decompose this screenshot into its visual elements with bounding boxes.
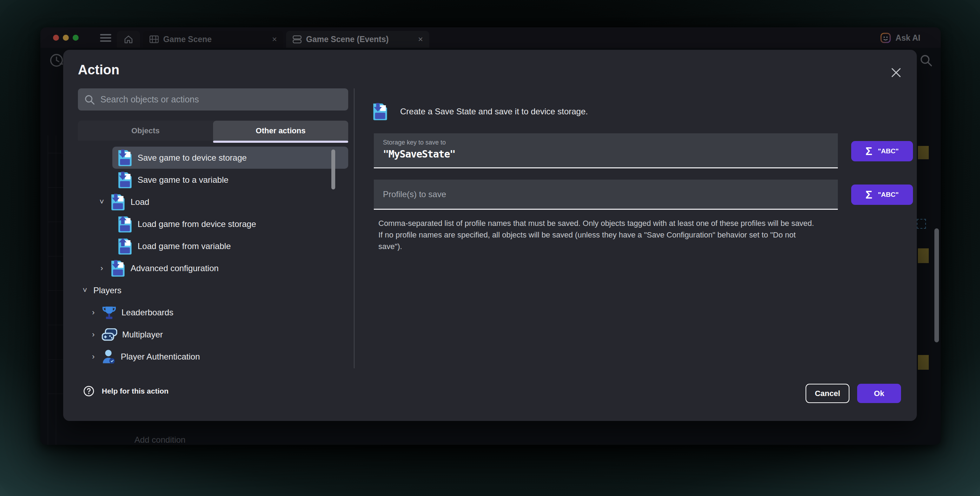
abc-label: "ABC" <box>878 147 899 155</box>
tree-item-save-game-to-device-storage[interactable]: Save game to device storage <box>112 147 348 169</box>
search-input[interactable]: Search objects or actions <box>78 89 348 111</box>
save-icon <box>372 102 388 120</box>
tree-item-label: Player Authentication <box>121 352 200 362</box>
save-icon <box>110 260 126 277</box>
app-window: Game Scene × Game Scene (Events) × Ask A… <box>40 27 941 445</box>
tab-other-actions[interactable]: Other actions <box>213 120 348 141</box>
expression-editor-button[interactable]: Σ "ABC" <box>851 141 913 162</box>
help-icon <box>83 385 95 397</box>
action-dialog: Action Search objects or actions Objects… <box>63 50 917 421</box>
tree-item-label: Save game to device storage <box>138 153 247 163</box>
abc-label: "ABC" <box>878 191 899 198</box>
tab-objects[interactable]: Objects <box>78 120 213 141</box>
tree-group-advanced-configuration[interactable]: › Advanced configuration <box>78 257 348 279</box>
tree-group-player-authentication[interactable]: › Player Authentication <box>78 345 348 368</box>
chevron-right-icon[interactable]: › <box>98 264 105 273</box>
tree-item-save-game-to-a-variable[interactable]: Save game to a variable <box>78 169 348 191</box>
tree-item-label: Save game to a variable <box>138 175 229 185</box>
tree-item-label: Load <box>130 197 149 207</box>
tree-item-label: Leaderboards <box>121 307 173 317</box>
sigma-icon: Σ <box>865 189 872 200</box>
save-icon <box>117 149 133 166</box>
tree-item-load-game-from-variable[interactable]: Load game from variable <box>78 235 348 257</box>
actions-tree: Save game to device storage Save game to… <box>78 147 348 371</box>
tree-group-load[interactable]: ˅ Load <box>78 191 348 213</box>
chevron-down-icon[interactable]: ˅ <box>98 198 105 207</box>
dialog-title: Action <box>78 62 119 78</box>
help-for-action-label: Help for this action <box>102 387 169 395</box>
action-description-row: Create a Save State and save it to devic… <box>372 102 588 120</box>
gamepad-icon <box>102 328 117 341</box>
close-dialog-icon[interactable] <box>890 67 902 79</box>
search-icon <box>84 94 95 105</box>
person-icon <box>102 349 116 364</box>
tree-item-label: Load game from variable <box>138 241 231 251</box>
chevron-right-icon[interactable]: › <box>90 352 97 361</box>
chevron-right-icon[interactable]: › <box>90 308 97 317</box>
save-icon <box>110 193 126 211</box>
tree-scrollbar-thumb[interactable] <box>331 149 335 189</box>
tree-item-label: Advanced configuration <box>130 263 219 273</box>
category-tabs: Objects Other actions <box>78 120 348 141</box>
tree-group-players[interactable]: ˅ Players <box>78 279 348 301</box>
tree-item-load-game-from-device-storage[interactable]: Load game from device storage <box>78 213 348 235</box>
tree-item-label: Load game from device storage <box>138 219 256 229</box>
load-icon <box>117 216 133 233</box>
load-icon <box>117 238 133 255</box>
save-icon <box>117 171 133 189</box>
cancel-button[interactable]: Cancel <box>805 384 850 403</box>
expression-editor-button[interactable]: Σ "ABC" <box>851 184 913 205</box>
field-value: "MySaveState" <box>383 148 829 160</box>
ok-button[interactable]: Ok <box>857 384 901 403</box>
search-placeholder: Search objects or actions <box>100 94 199 105</box>
profiles-field[interactable]: Profile(s) to save <box>374 180 838 210</box>
field-label: Storage key to save to <box>383 139 829 146</box>
sigma-icon: Σ <box>865 146 872 157</box>
tree-item-label: Multiplayer <box>122 330 163 339</box>
tree-item-label: Players <box>93 285 121 295</box>
events-scrollbar-thumb[interactable] <box>934 228 939 342</box>
field-help-text: Comma-separated list of profile names th… <box>379 217 818 252</box>
field-placeholder: Profile(s) to save <box>383 189 446 199</box>
storage-key-field[interactable]: Storage key to save to "MySaveState" <box>374 133 838 168</box>
chevron-right-icon[interactable]: › <box>90 330 97 339</box>
help-for-action-link[interactable]: Help for this action <box>83 385 169 397</box>
action-description: Create a Save State and save it to devic… <box>400 107 588 116</box>
tree-group-multiplayer[interactable]: › Multiplayer <box>78 323 348 345</box>
tree-group-leaderboards[interactable]: › Leaderboards <box>78 301 348 323</box>
pane-divider <box>354 89 355 368</box>
chevron-down-icon[interactable]: ˅ <box>81 286 89 295</box>
trophy-icon <box>102 305 116 320</box>
